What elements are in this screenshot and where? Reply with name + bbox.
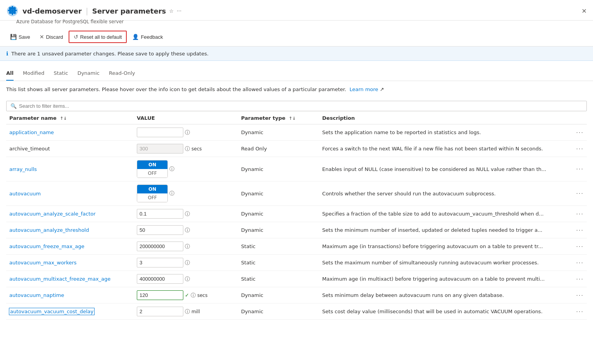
param-name-link[interactable]: array_nulls <box>9 166 37 172</box>
param-value-input[interactable] <box>137 274 183 284</box>
subtitle: Azure Database for PostgreSQL flexible s… <box>16 19 593 28</box>
info-circle-icon[interactable]: ⓘ <box>185 145 190 152</box>
search-input[interactable] <box>19 103 583 109</box>
sort-icon-type[interactable]: ↑↓ <box>289 116 296 121</box>
toggle-switch[interactable]: ONOFF <box>137 185 168 202</box>
param-type-cell: Dynamic <box>238 157 319 181</box>
param-name-link[interactable]: autovacuum_freeze_max_age <box>9 243 84 249</box>
row-more-dots-icon[interactable]: ··· <box>576 243 584 250</box>
info-circle-icon[interactable]: ⓘ <box>185 276 190 283</box>
param-name-link[interactable]: autovacuum <box>9 191 41 197</box>
param-type-cell: Dynamic <box>238 222 319 238</box>
save-button[interactable]: 💾 Save <box>6 32 34 42</box>
info-bar: ℹ There are 1 unsaved parameter changes.… <box>0 47 593 61</box>
tab-modified[interactable]: Modified <box>23 67 44 81</box>
param-value-input[interactable] <box>137 307 183 316</box>
tab-readonly[interactable]: Read-Only <box>109 67 135 81</box>
param-action-cell: ··· <box>573 141 587 157</box>
param-action-cell: ··· <box>573 304 587 320</box>
close-icon[interactable]: ✕ <box>582 7 587 15</box>
value-cell-wrapper: ⓘ <box>137 274 235 284</box>
param-value-cell: ⓘmill <box>134 304 238 320</box>
star-icon[interactable]: ☆ <box>169 8 174 14</box>
param-value-input[interactable] <box>137 128 183 137</box>
param-value-input[interactable] <box>137 225 183 235</box>
param-action-cell: ··· <box>573 157 587 181</box>
toolbar: 💾 Save ✕ Discard ↺ Reset all to default … <box>0 28 593 47</box>
search-bar: 🔍 <box>0 98 593 111</box>
row-more-dots-icon[interactable]: ··· <box>576 276 584 282</box>
info-message: There are 1 unsaved parameter changes. P… <box>11 51 209 57</box>
row-more-dots-icon[interactable]: ··· <box>576 190 584 197</box>
param-name-cell: autovacuum_naptime <box>6 287 134 304</box>
param-value-input[interactable] <box>137 209 183 219</box>
param-value-input[interactable] <box>137 258 183 267</box>
param-name-link[interactable]: autovacuum_analyze_threshold <box>9 227 89 233</box>
svg-point-0 <box>11 9 14 12</box>
info-circle-icon[interactable]: ⓘ <box>185 227 190 234</box>
save-icon: 💾 <box>10 34 17 40</box>
param-name-link[interactable]: autovacuum_max_workers <box>9 260 77 266</box>
table-wrapper: Parameter name ↑↓ VALUE Parameter type ↑… <box>0 111 593 320</box>
row-more-dots-icon[interactable]: ··· <box>576 309 584 315</box>
info-circle-icon[interactable]: ⓘ <box>185 259 190 266</box>
tabs: All Modified Static Dynamic Read-Only <box>0 61 593 81</box>
info-circle-icon[interactable]: ⓘ <box>185 129 190 136</box>
param-name-link[interactable]: autovacuum_naptime <box>9 292 64 298</box>
value-cell-wrapper: ⓘ <box>137 128 235 137</box>
info-circle-icon[interactable]: ⓘ <box>185 210 190 217</box>
info-circle-icon[interactable]: ⓘ <box>169 190 174 197</box>
row-more-dots-icon[interactable]: ··· <box>576 227 584 233</box>
param-value-cell: ✓ⓘsecs <box>134 287 238 304</box>
save-label: Save <box>19 34 30 40</box>
param-name-link[interactable]: autovacuum_vacuum_cost_delay <box>9 308 94 315</box>
param-name-cell: array_nulls <box>6 157 134 181</box>
param-action-cell: ··· <box>573 255 587 271</box>
tab-static[interactable]: Static <box>53 67 68 81</box>
row-more-dots-icon[interactable]: ··· <box>576 129 584 136</box>
param-name-link[interactable]: application_name <box>9 129 54 135</box>
param-value-cell: ⓘ <box>134 255 238 271</box>
tab-dynamic[interactable]: Dynamic <box>78 67 100 81</box>
param-desc-cell: Forces a switch to the next WAL file if … <box>319 141 573 157</box>
more-options-icon[interactable]: ··· <box>177 8 181 14</box>
param-type-cell: Static <box>238 238 319 255</box>
col-header-desc: Description <box>319 111 573 124</box>
parameters-table: Parameter name ↑↓ VALUE Parameter type ↑… <box>6 111 587 320</box>
info-circle-icon[interactable]: ⓘ <box>169 166 174 173</box>
row-more-dots-icon[interactable]: ··· <box>576 211 584 217</box>
param-value-cell: ONOFFⓘ <box>134 157 238 181</box>
param-name-link[interactable]: autovacuum_analyze_scale_factor <box>9 211 96 217</box>
table-row: autovacuum_freeze_max_ageⓘStaticMaximum … <box>6 238 587 255</box>
param-desc-cell: Maximum age (in transactions) before tri… <box>319 238 573 255</box>
col-header-name: Parameter name ↑↓ <box>6 111 134 124</box>
row-more-dots-icon[interactable]: ··· <box>576 260 584 266</box>
param-name-cell: autovacuum <box>6 181 134 206</box>
reset-button[interactable]: ↺ Reset all to default <box>70 32 126 42</box>
unit-label: mill <box>191 309 200 314</box>
param-type-cell: Dynamic <box>238 181 319 206</box>
value-cell-wrapper: ⓘ <box>137 258 235 267</box>
server-name: vd-demoserver <box>22 7 82 15</box>
row-more-dots-icon[interactable]: ··· <box>576 166 584 172</box>
value-cell-wrapper: ⓘ <box>137 209 235 219</box>
row-more-dots-icon[interactable]: ··· <box>576 146 584 152</box>
discard-button[interactable]: ✕ Discard <box>36 32 67 42</box>
feedback-button[interactable]: 👤 Feedback <box>128 32 167 42</box>
toggle-switch[interactable]: ONOFF <box>137 160 168 178</box>
value-cell-wrapper: ✓ⓘsecs <box>137 290 235 300</box>
param-value-input[interactable] <box>137 242 183 251</box>
table-row: autovacuum_multixact_freeze_max_ageⓘStat… <box>6 271 587 287</box>
param-desc-cell: Controls whether the server should run t… <box>319 181 573 206</box>
info-circle-icon[interactable]: ⓘ <box>185 243 190 250</box>
row-more-dots-icon[interactable]: ··· <box>576 292 584 298</box>
learn-more-link[interactable]: Learn more <box>350 86 378 92</box>
info-circle-icon[interactable]: ⓘ <box>191 292 196 299</box>
param-name-link[interactable]: autovacuum_multixact_freeze_max_age <box>9 276 110 282</box>
tab-all[interactable]: All <box>6 67 14 81</box>
param-name-cell: autovacuum_vacuum_cost_delay <box>6 304 134 320</box>
param-value-input[interactable] <box>137 290 183 300</box>
param-name-cell: application_name <box>6 124 134 141</box>
info-circle-icon[interactable]: ⓘ <box>185 308 190 315</box>
sort-icon-name[interactable]: ↑↓ <box>60 116 67 121</box>
